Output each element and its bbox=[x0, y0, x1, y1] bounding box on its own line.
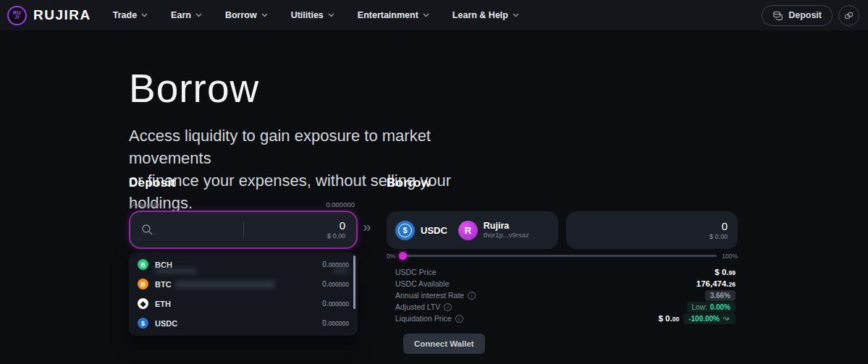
brand-name: RUJIRA bbox=[33, 7, 91, 23]
usdc-available-value: 176,474.26 bbox=[696, 279, 736, 288]
liquidation-change-badge: -100.00% bbox=[683, 313, 736, 324]
network-info: Rujira thor1p...v9rsaz bbox=[484, 221, 529, 239]
detail-row-usdc-available: USDC Available 176,474.26 bbox=[395, 278, 736, 289]
borrow-page: RU JI RUJIRA Trade Earn Borrow Utilities bbox=[0, 0, 868, 364]
available-balance-row: Available 0.000000 bbox=[129, 200, 358, 208]
nav-item-label: Earn bbox=[171, 10, 191, 20]
topbar: RU JI RUJIRA Trade Earn Borrow Utilities bbox=[0, 0, 868, 30]
token-row-btc[interactable]: B BTC 0.000000 bbox=[129, 274, 358, 294]
token-symbol: USDC bbox=[155, 319, 177, 328]
adjusted-ltv-badge: Low: 0.00% bbox=[687, 302, 736, 313]
redacted-token-name bbox=[155, 268, 197, 274]
liquidation-price-value: $ 0.00 -100.00% bbox=[659, 313, 736, 324]
connect-wallet-button[interactable]: Connect Wallet bbox=[403, 334, 485, 354]
borrow-amount-display[interactable]: 0 $ 0.00 bbox=[566, 211, 738, 249]
borrow-section-heading: Borrow bbox=[387, 176, 431, 190]
interest-rate-badge: 3.66% bbox=[705, 290, 736, 301]
rujira-logo-icon: RU JI bbox=[7, 6, 27, 25]
token-row-eth[interactable]: ◆ ETH 0.000000 bbox=[129, 294, 358, 313]
deposit-amount-usd: $ 0.00 bbox=[327, 232, 345, 240]
network-name: Rujira bbox=[484, 221, 529, 231]
chevron-down-icon bbox=[261, 13, 268, 17]
slider-min-label: 0% bbox=[387, 253, 395, 260]
nav-item-trade[interactable]: Trade bbox=[113, 10, 148, 20]
token-symbol: BCH bbox=[155, 261, 172, 269]
deposit-amount-value: 0 bbox=[327, 220, 345, 232]
token-symbol: BTC bbox=[155, 280, 172, 289]
nav-item-earn[interactable]: Earn bbox=[171, 10, 202, 20]
topbar-actions: Deposit bbox=[762, 5, 859, 26]
chevron-down-icon bbox=[423, 13, 429, 17]
subtitle-line-1: Access liquidity to gain exposure to mar… bbox=[129, 127, 431, 167]
usdc-price-value: $ 0.99 bbox=[715, 268, 736, 276]
info-icon[interactable]: i bbox=[444, 303, 452, 311]
bch-icon: B bbox=[138, 259, 148, 270]
token-row-bch[interactable]: B BCH 0.000000 bbox=[129, 255, 358, 274]
info-icon[interactable]: i bbox=[468, 292, 476, 300]
chevron-down-icon bbox=[328, 13, 334, 17]
detail-row-interest-rate: Annual interest Rate i 3.66% bbox=[395, 289, 736, 301]
network-address: thor1p...v9rsaz bbox=[484, 232, 529, 240]
coins-icon bbox=[772, 10, 783, 21]
usdc-icon: $ bbox=[138, 318, 148, 329]
borrow-asset-symbol: USDC bbox=[421, 225, 447, 236]
token-row-usdc[interactable]: $ USDC 0.000000 bbox=[129, 313, 358, 333]
nav-item-label: Utilities bbox=[291, 10, 324, 20]
chain-link-icon bbox=[843, 11, 854, 20]
list-scrollbar[interactable] bbox=[353, 255, 356, 309]
main-nav: Trade Earn Borrow Utilities Entertainmen… bbox=[113, 10, 519, 20]
usdc-icon: $ bbox=[395, 221, 415, 240]
page-title: Borrow bbox=[129, 65, 259, 111]
brand[interactable]: RU JI RUJIRA bbox=[7, 6, 91, 25]
liquidation-price-label: Liquidation Price bbox=[395, 314, 452, 323]
nav-item-label: Learn & Help bbox=[452, 10, 508, 20]
redacted-token-value bbox=[334, 268, 348, 273]
adjusted-ltv-label: Adjusted LTV bbox=[395, 302, 440, 311]
deposit-button[interactable]: Deposit bbox=[762, 5, 833, 26]
chevron-down-icon bbox=[141, 13, 148, 17]
detail-row-adjusted-ltv: Adjusted LTV i Low: 0.00% bbox=[395, 301, 736, 313]
available-label: Available bbox=[132, 200, 159, 208]
slider-track[interactable] bbox=[400, 255, 717, 257]
transfer-chevrons-icon: » bbox=[363, 218, 369, 235]
nav-item-learn-help[interactable]: Learn & Help bbox=[452, 10, 519, 20]
btc-icon: B bbox=[138, 279, 148, 289]
token-amount: 0.000000 bbox=[322, 300, 349, 308]
nav-item-borrow[interactable]: Borrow bbox=[225, 10, 268, 20]
token-dropdown-list: B BCH 0.000000 B BTC 0.000000 ◆ ETH 0.00… bbox=[129, 253, 358, 336]
deposit-amount-display[interactable]: 0 $ 0.00 bbox=[327, 220, 345, 240]
nav-item-entertainment[interactable]: Entertainment bbox=[358, 10, 429, 20]
ltv-slider: 0% 100% bbox=[387, 251, 738, 261]
wallet-connect-button[interactable] bbox=[838, 5, 859, 26]
slider-thumb[interactable] bbox=[399, 252, 407, 260]
info-icon[interactable]: i bbox=[455, 315, 463, 323]
slider-max-label: 100% bbox=[722, 253, 738, 260]
wave-arrow-icon bbox=[722, 316, 730, 321]
rujira-network-icon: R bbox=[458, 221, 478, 240]
input-divider bbox=[243, 222, 244, 237]
token-symbol: ETH bbox=[155, 300, 171, 308]
usdc-available-label: USDC Available bbox=[395, 279, 450, 288]
borrow-amount-value: 0 bbox=[722, 220, 728, 232]
borrow-asset-selector[interactable]: $ USDC R Rujira thor1p...v9rsaz bbox=[387, 211, 558, 249]
nav-item-label: Entertainment bbox=[358, 10, 418, 20]
detail-row-usdc-price: USDC Price $ 0.99 bbox=[395, 266, 736, 278]
redacted-token-name bbox=[175, 281, 275, 288]
search-icon bbox=[141, 224, 153, 236]
borrow-amount-usd: $ 0.00 bbox=[709, 232, 728, 240]
deposit-asset-input[interactable]: 0 $ 0.00 bbox=[129, 211, 358, 249]
token-amount: 0.000000 bbox=[322, 280, 349, 288]
token-amount: 0.000000 bbox=[322, 319, 349, 327]
nav-item-utilities[interactable]: Utilities bbox=[291, 10, 334, 20]
logo-text-bottom: JI bbox=[14, 15, 20, 20]
interest-rate-label: Annual interest Rate bbox=[395, 291, 464, 300]
deposit-section-heading: Deposit bbox=[129, 176, 175, 190]
nav-item-label: Borrow bbox=[225, 10, 257, 20]
available-value: 0.000000 bbox=[326, 200, 355, 208]
usdc-price-label: USDC Price bbox=[395, 268, 437, 276]
token-amount: 0.000000 bbox=[322, 261, 349, 268]
deposit-button-label: Deposit bbox=[788, 10, 822, 20]
nav-item-label: Trade bbox=[113, 10, 137, 20]
chevron-down-icon bbox=[513, 13, 519, 17]
borrow-details: USDC Price $ 0.99 USDC Available 176,474… bbox=[395, 266, 736, 324]
